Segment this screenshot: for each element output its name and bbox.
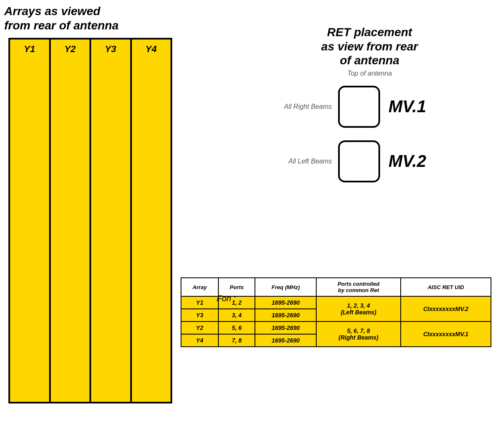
array-label-y2: Y2 [64, 44, 76, 55]
cell-freq-y4: 1695-2690 [255, 334, 316, 347]
ret-left-id: MV.2 [388, 152, 426, 171]
ret-right-beam-label: All Right Beams [265, 103, 332, 111]
fon-label: Fon : [217, 294, 236, 303]
col-header-array: Array [181, 278, 218, 296]
table-row-y2: Y2 5, 6 1695-2690 5, 6, 7, 8(Right Beams… [181, 322, 491, 334]
cell-freq-y1: 1695-2690 [255, 296, 316, 309]
cell-freq-y3: 1695-2690 [255, 309, 316, 322]
cell-array-y4: Y4 [181, 334, 218, 347]
data-table-container: Array Ports Freq (MHz) Ports controlledb… [181, 277, 491, 347]
antenna-array: Y1 Y2 Y3 Y4 [8, 38, 172, 403]
cell-freq-y2: 1695-2690 [255, 322, 316, 334]
cell-ret-uid-mv2: CIxxxxxxxxMV.2 [401, 296, 491, 322]
cell-array-y1: Y1 [181, 296, 218, 309]
cell-controlled-right: 5, 6, 7, 8(Right Beams) [316, 322, 401, 347]
array-label-y3: Y3 [105, 44, 116, 55]
top-antenna-label: Top of antenna [265, 70, 475, 77]
ret-left-beam-label: All Left Beams [265, 158, 332, 165]
array-column-y1: Y1 [10, 40, 49, 402]
cell-ports-y3: 3, 4 [218, 309, 255, 322]
ret-left-beams-group: All Left Beams MV.2 [265, 140, 475, 182]
array-column-y2: Y2 [51, 40, 90, 402]
col-header-controlled: Ports controlledby common Ret [316, 278, 401, 296]
cell-controlled-left: 1, 2, 3, 4(Left Beams) [316, 296, 401, 322]
array-label-y1: Y1 [24, 44, 35, 55]
ret-section: RET placement as view from rear of anten… [265, 25, 475, 195]
ret-right-id: MV.1 [388, 97, 426, 116]
array-label-y4: Y4 [145, 44, 157, 55]
cell-ports-y2: 5, 6 [218, 322, 255, 334]
col-header-freq: Freq (MHz) [255, 278, 316, 296]
main-title: Arrays as viewed from rear of antenna [4, 4, 118, 32]
cell-array-y3: Y3 [181, 309, 218, 322]
ret-right-beams-group: All Right Beams MV.1 [265, 86, 475, 128]
ret-left-box [338, 140, 380, 182]
array-column-y4: Y4 [132, 40, 171, 402]
ret-title: RET placement as view from rear of anten… [265, 25, 475, 68]
cell-ret-uid-mv1: CIxxxxxxxxMV.1 [401, 322, 491, 347]
col-header-ret-uid: AISC RET UID [401, 278, 491, 296]
cell-array-y2: Y2 [181, 322, 218, 334]
ret-right-box [338, 86, 380, 128]
data-table: Array Ports Freq (MHz) Ports controlledb… [181, 277, 491, 347]
cell-ports-y4: 7, 8 [218, 334, 255, 347]
array-column-y3: Y3 [91, 40, 130, 402]
